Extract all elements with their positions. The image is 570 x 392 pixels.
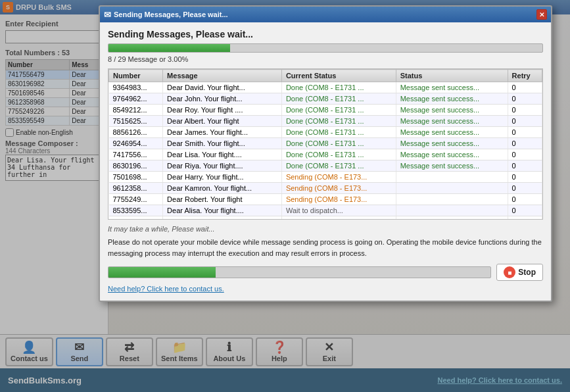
msg-retry-cell: 0 (508, 127, 542, 138)
top-progress-bar (108, 43, 543, 53)
msg-status-cell: Message sent success... (396, 149, 508, 160)
msg-number-cell: 8856126... (109, 127, 163, 138)
modal-heading: Sending Messages, Please wait... (108, 29, 543, 39)
msg-current-status-cell: Done (COM8 - E1731 ... (281, 160, 396, 172)
bottom-progress-bar (108, 266, 491, 278)
msg-number-cell: 8273595... (109, 216, 163, 220)
msg-current-status-cell: Wait to dispatch... (281, 216, 396, 220)
msg-retry-cell: 0 (508, 116, 542, 127)
msg-current-status-cell: Done (COM8 - E1731 ... (281, 93, 396, 105)
msg-current-status-cell: Wait to dispatch... (281, 205, 396, 216)
msg-table-header-cell: Current Status (281, 70, 396, 82)
msg-table-row: 8630196... Dear Riya. Your flight.... Do… (109, 160, 542, 172)
msg-status-cell: Message sent success... (396, 160, 508, 172)
msg-status-cell (396, 194, 508, 205)
msg-number-cell: 7417556... (109, 149, 163, 160)
msg-current-status-cell: Done (COM8 - E1731 ... (281, 82, 396, 93)
msg-retry-cell: 0 (508, 172, 542, 183)
stop-label: Stop (518, 268, 536, 277)
progress-text: 8 / 29 Message or 3.00% (108, 55, 543, 63)
msg-table-header-cell: Retry (508, 70, 542, 82)
msg-retry-cell: 0 (508, 82, 542, 93)
modal-help-link[interactable]: Need help? Click here to contact us. (108, 285, 224, 293)
msg-current-status-cell: Done (COM8 - E1731 ... (281, 116, 396, 127)
msg-table-header-cell: Number (109, 70, 163, 82)
msg-current-status-cell: Sending (COM8 - E173... (281, 194, 396, 205)
msg-number-cell: 7501698... (109, 172, 163, 183)
msg-table-row: 8273595... Dear Piter. Your flight .... … (109, 216, 542, 220)
msg-message-cell: Dear Kamron. Your flight... (163, 183, 282, 194)
msg-message-cell: Dear John. Your flight... (163, 93, 282, 105)
msg-status-cell: Message sent success... (396, 116, 508, 127)
msg-message-cell: Dear Albert. Your flight (163, 116, 282, 127)
modal-title: Sending Messages, Please wait... (114, 11, 228, 18)
msg-retry-cell: 0 (508, 93, 542, 105)
msg-status-cell (396, 172, 508, 183)
msg-message-cell: Dear David. Your flight... (163, 82, 282, 93)
msg-retry-cell: 0 (508, 216, 542, 220)
msg-status-cell: Message sent success... (396, 138, 508, 149)
msg-current-status-cell: Done (COM8 - E1731 ... (281, 149, 396, 160)
msg-current-status-cell: Sending (COM8 - E173... (281, 183, 396, 194)
msg-number-cell: 7515625... (109, 116, 163, 127)
msg-table-row: 9612358... Dear Kamron. Your flight... S… (109, 183, 542, 194)
app-window: S DRPU Bulk SMS Enter Recipient Total Nu… (0, 0, 570, 392)
msg-table-row: 8856126... Dear James. Your flight... Do… (109, 127, 542, 138)
msg-table-row: 7515625... Dear Albert. Your flight Done… (109, 116, 542, 127)
modal-dialog: ✉ Sending Messages, Please wait... ✕ Sen… (99, 5, 552, 302)
msg-number-cell: 9364983... (109, 82, 163, 93)
msg-message-cell: Dear Alisa. Your flight.... (163, 205, 282, 216)
msg-retry-cell: 0 (508, 205, 542, 216)
table-scroll[interactable]: NumberMessageCurrent StatusStatusRetry 9… (108, 69, 542, 220)
notice-italic: It may take a while, Please wait... (108, 225, 543, 233)
msg-current-status-cell: Sending (COM8 - E173... (281, 172, 396, 183)
msg-retry-cell: 0 (508, 183, 542, 194)
msg-number-cell: 8630196... (109, 160, 163, 172)
msg-table-row: 9364983... Dear David. Your flight... Do… (109, 82, 542, 93)
msg-current-status-cell: Done (COM8 - E1731 ... (281, 127, 396, 138)
msg-status-cell: Message sent success... (396, 105, 508, 116)
msg-message-cell: Dear Riya. Your flight.... (163, 160, 282, 172)
msg-number-cell: 9246954... (109, 138, 163, 149)
msg-number-cell: 7755249... (109, 194, 163, 205)
msg-message-cell: Dear Robert. Your flight (163, 194, 282, 205)
msg-message-cell: Dear Roy. Your flight .... (163, 105, 282, 116)
msg-status-cell: Message sent success... (396, 82, 508, 93)
stop-button[interactable]: ■ Stop (496, 264, 543, 281)
top-progress-bar-fill (108, 44, 230, 52)
message-table-container: NumberMessageCurrent StatusStatusRetry 9… (108, 68, 543, 220)
msg-number-cell: 8549212... (109, 105, 163, 116)
msg-retry-cell: 0 (508, 105, 542, 116)
msg-number-cell: 8533595... (109, 205, 163, 216)
msg-table-row: 7501698... Dear Harry. Your flight... Se… (109, 172, 542, 183)
msg-status-cell: Message sent success... (396, 93, 508, 105)
msg-message-cell: Dear Smith. Your flight... (163, 138, 282, 149)
msg-table-row: 8549212... Dear Roy. Your flight .... Do… (109, 105, 542, 116)
msg-number-cell: 9612358... (109, 183, 163, 194)
msg-retry-cell: 0 (508, 194, 542, 205)
msg-table-row: 9764962... Dear John. Your flight... Don… (109, 93, 542, 105)
msg-status-cell (396, 205, 508, 216)
modal-titlebar: ✉ Sending Messages, Please wait... ✕ (100, 7, 551, 22)
msg-number-cell: 9764962... (109, 93, 163, 105)
modal-body: Sending Messages, Please wait... 8 / 29 … (100, 22, 551, 301)
msg-status-cell: Message sent success... (396, 127, 508, 138)
msg-status-cell (396, 183, 508, 194)
bottom-progress-bar-fill (108, 267, 216, 278)
msg-message-cell: Dear Harry. Your flight... (163, 172, 282, 183)
msg-table-header-cell: Status (396, 70, 508, 82)
msg-retry-cell: 0 (508, 149, 542, 160)
notice-area: It may take a while, Please wait... Plea… (108, 220, 543, 295)
notice-text: Please do not operate your mobile device… (108, 237, 543, 258)
msg-table-row: 9246954... Dear Smith. Your flight... Do… (109, 138, 542, 149)
msg-status-cell (396, 216, 508, 220)
msg-current-status-cell: Done (COM8 - E1731 ... (281, 105, 396, 116)
stop-icon: ■ (504, 266, 515, 278)
msg-message-cell: Dear Piter. Your flight .... (163, 216, 282, 220)
msg-table-header-cell: Message (163, 70, 282, 82)
msg-message-cell: Dear Lisa. Your flight.... (163, 149, 282, 160)
message-table: NumberMessageCurrent StatusStatusRetry 9… (108, 69, 542, 220)
msg-table-row: 8533595... Dear Alisa. Your flight.... W… (109, 205, 542, 216)
modal-close-button[interactable]: ✕ (536, 9, 547, 20)
bottom-progress-row: ■ Stop (108, 264, 543, 281)
